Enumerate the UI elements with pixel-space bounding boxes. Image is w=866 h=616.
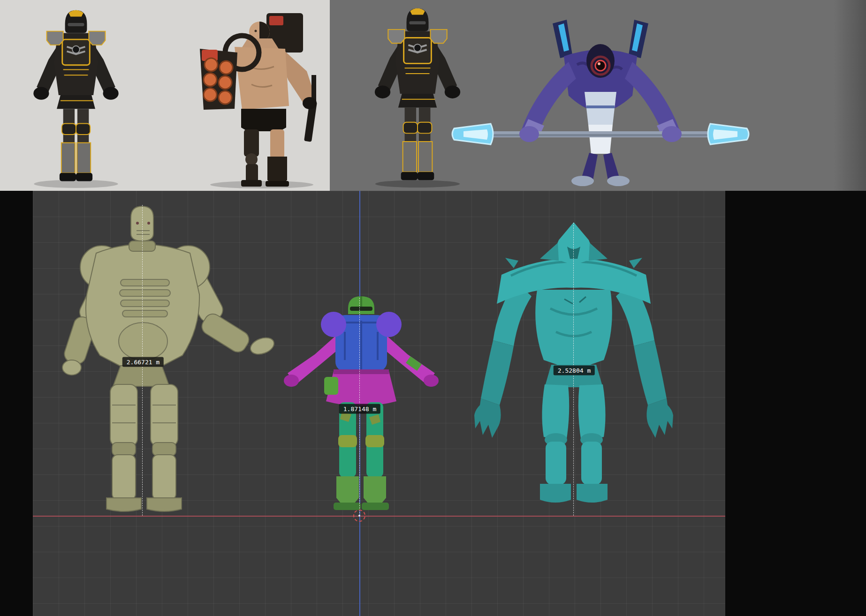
trooper-boots [334, 476, 389, 510]
creature-hand [519, 126, 539, 142]
red-eye [595, 60, 606, 71]
hip-pouch [324, 377, 338, 395]
trooper-legs [398, 94, 437, 180]
brute-legs [241, 109, 289, 187]
purple-shoulder-pad [321, 312, 346, 337]
measurement-badge-multicolor-trooper[interactable]: 1.87148 m [339, 404, 380, 414]
cyborg-legs [106, 366, 182, 511]
staff-creature-figure [446, 13, 755, 188]
armored-trooper-render [20, 6, 132, 188]
screenshot-stage: 2.66721 m 1.87148 m 2.52804 m [0, 0, 866, 616]
reference-panel-light [0, 0, 330, 191]
staff-creature-render [446, 13, 755, 188]
alien-claw-hand [646, 398, 673, 438]
brute-grenade-launcher-arm [200, 49, 237, 110]
measurement-badge-teal-alien[interactable]: 2.52804 m [554, 366, 595, 376]
purple-shoulder-pad [376, 312, 402, 337]
trooper-green-helmet [348, 296, 374, 314]
trooper-helmet [65, 10, 87, 33]
alien-hooded-head [540, 222, 608, 265]
ground-shadow [34, 180, 118, 188]
3d-cursor [353, 510, 365, 522]
viewport-frame: 2.66721 m 1.87148 m 2.52804 m [0, 191, 866, 616]
trooper-magenta-skirt [324, 369, 396, 406]
grenade-cluster [204, 58, 233, 104]
creature-legs [571, 153, 630, 186]
lowpoly-brute-render [173, 9, 327, 188]
alien-legs [540, 365, 608, 503]
reference-panel-dark [330, 0, 866, 191]
blender-3d-viewport[interactable]: 2.66721 m 1.87148 m 2.52804 m [33, 191, 725, 616]
armored-trooper-figure [20, 6, 132, 188]
creature-hand [662, 126, 682, 142]
olive-cyborg-figure [42, 201, 286, 516]
brute-figure [173, 9, 327, 188]
alien-torso [535, 290, 612, 370]
creature-head [586, 44, 615, 78]
creature-chest-plate [585, 92, 616, 154]
olive-cyborg-sculpt[interactable] [42, 201, 286, 516]
alien-claw-hand [474, 398, 501, 438]
measurement-badge-olive-cyborg[interactable]: 2.66721 m [122, 357, 164, 367]
trooper-legs [57, 95, 95, 181]
trooper-helmet [406, 8, 428, 31]
